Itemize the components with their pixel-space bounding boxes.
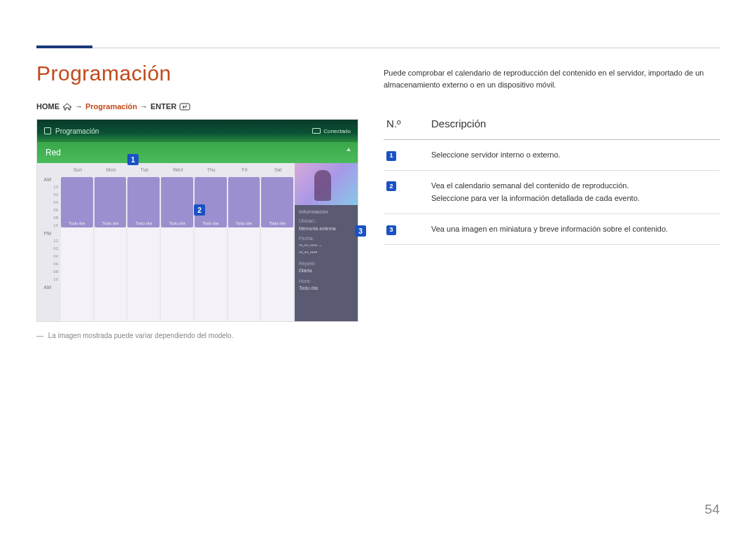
callout-2: 2 <box>194 204 205 216</box>
calendar-icon <box>44 127 51 134</box>
info-date-label: Fecha: <box>299 235 354 243</box>
callout-1: 1 <box>127 154 139 165</box>
app-screenshot: Programación Conectado Red Sun <box>36 119 358 322</box>
breadcrumb-enter: ENTER <box>150 102 176 111</box>
info-time-label: Hora: <box>299 278 354 286</box>
col-sun[interactable]: Todo día <box>61 177 93 321</box>
table-row: 1 Seleccione servidor interno o externo. <box>384 140 720 171</box>
day-sat: Sat <box>261 167 295 172</box>
info-date-val2: **-**-**** <box>299 250 354 258</box>
event-block[interactable]: Todo día <box>195 177 227 227</box>
breadcrumb-current: Programación <box>85 102 137 111</box>
breadcrumb-home: HOME <box>36 102 59 111</box>
col-header-num: N.º <box>384 109 428 140</box>
screen-icon <box>312 128 321 134</box>
content-thumbnail <box>295 163 358 205</box>
breadcrumb: HOME → Programación → ENTER <box>36 102 358 111</box>
col-header-desc: Descripción <box>428 109 720 140</box>
screenshot-header-right: Conectado <box>312 128 351 134</box>
info-repeat-label: Repetir: <box>299 260 354 268</box>
server-label: Red <box>46 148 61 157</box>
breadcrumb-arrow-1: → <box>75 102 83 111</box>
screenshot-wrapper: Programación Conectado Red Sun <box>36 119 358 322</box>
day-columns: Todo día Todo día Todo día Todo día Todo… <box>61 176 295 321</box>
event-block[interactable]: Todo día <box>61 177 93 227</box>
event-block[interactable]: Todo día <box>94 177 127 227</box>
day-sun: Sun <box>61 167 94 172</box>
info-loc-val: Memoria externa <box>299 225 354 233</box>
screenshot-header-left: Programación <box>44 127 99 135</box>
info-time-val: Todo día <box>299 285 354 293</box>
row-badge-2: 2 <box>386 181 396 191</box>
day-fri: Fri <box>228 167 262 172</box>
intro-text: Puede comprobar el calendario de reprodu… <box>384 67 720 91</box>
screenshot-header: Programación Conectado <box>37 120 358 142</box>
table-row: 3 Vea una imagen en miniatura y breve in… <box>384 214 720 245</box>
row-desc-1: Seleccione servidor interno o externo. <box>428 140 720 171</box>
caption-text: La imagen mostrada puede variar dependie… <box>48 332 234 339</box>
col-fri[interactable]: Todo día <box>228 177 260 321</box>
day-mon: Mon <box>94 167 128 172</box>
col-mon[interactable]: Todo día <box>94 177 127 321</box>
screenshot-caption: ― La imagen mostrada puede variar depend… <box>36 332 358 339</box>
callout-3: 3 <box>355 225 366 237</box>
screenshot-title: Programación <box>55 127 99 135</box>
row-desc-2: Vea el calendario semanal del contenido … <box>428 170 720 213</box>
day-thu: Thu <box>195 167 228 172</box>
pm-label: PM <box>37 231 61 239</box>
info-repeat-val: Diaria <box>299 267 354 275</box>
top-divider <box>92 48 720 48</box>
table-row: 2 Vea el calendario semanal del contenid… <box>384 170 720 213</box>
accent-bar <box>36 45 92 48</box>
calendar-grid: AM 12 02 04 06 08 10 PM 12 02 04 <box>37 176 295 321</box>
row-badge-3: 3 <box>386 225 396 235</box>
info-title: Información <box>299 208 354 216</box>
description-table: N.º Descripción 1 Seleccione servidor in… <box>384 109 720 245</box>
col-thu[interactable]: Todo día <box>195 177 227 321</box>
server-selector[interactable]: Red <box>37 142 358 163</box>
info-panel: Información Ubicac.: Memoria externa Fec… <box>295 163 358 321</box>
event-block[interactable]: Todo día <box>261 177 293 227</box>
info-body: Información Ubicac.: Memoria externa Fec… <box>295 205 358 298</box>
event-block[interactable]: Todo día <box>127 177 160 227</box>
time-gutter: AM 12 02 04 06 08 10 PM 12 02 04 <box>37 176 61 321</box>
am-label: AM <box>37 177 61 185</box>
screenshot-body: Sun Mon Tue Wed Thu Fri Sat AM 12 <box>37 163 358 321</box>
col-tue[interactable]: Todo día <box>127 177 160 321</box>
col-wed[interactable]: Todo día <box>161 177 193 321</box>
event-block[interactable]: Todo día <box>161 177 193 227</box>
calendar-area[interactable]: Sun Mon Tue Wed Thu Fri Sat AM 12 <box>37 163 295 321</box>
page-title: Programación <box>36 62 358 85</box>
row-badge-1: 1 <box>386 151 396 161</box>
caption-dash: ― <box>36 332 43 339</box>
info-date-val: **-**-**** ~ <box>299 243 354 251</box>
enter-icon <box>179 103 189 111</box>
event-block[interactable]: Todo día <box>228 177 260 227</box>
screenshot-status: Conectado <box>323 128 351 134</box>
right-column: Puede comprobar el calendario de reprodu… <box>384 62 720 513</box>
day-tue: Tue <box>127 167 161 172</box>
page-number: 54 <box>705 502 720 517</box>
row-desc-3: Vea una imagen en miniatura y breve info… <box>428 214 720 245</box>
am-end-label: AM <box>37 285 61 293</box>
home-icon <box>62 103 72 111</box>
left-column: Programación HOME → Programación → ENTER… <box>36 62 358 513</box>
day-header-row: Sun Mon Tue Wed Thu Fri Sat <box>37 163 295 176</box>
breadcrumb-arrow-2: → <box>140 102 148 111</box>
info-loc-label: Ubicac.: <box>299 218 354 225</box>
col-sat[interactable]: Todo día <box>261 177 293 321</box>
day-wed: Wed <box>161 167 195 172</box>
page-content: Programación HOME → Programación → ENTER… <box>36 62 720 513</box>
